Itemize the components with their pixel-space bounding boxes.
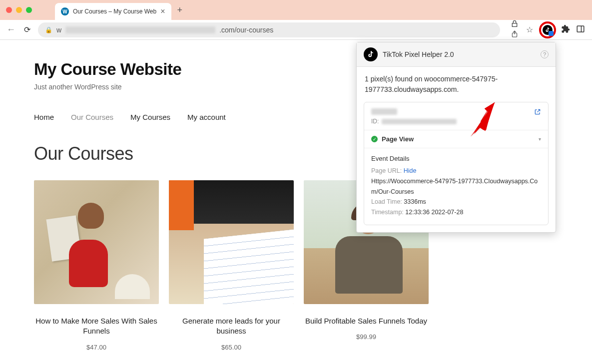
- browser-tab[interactable]: W Our Courses – My Course Web ×: [55, 3, 171, 20]
- event-name: Page View: [382, 135, 535, 143]
- address-bar[interactable]: 🔒 w .com/our-courses: [38, 22, 500, 37]
- pixel-card: ID: ✓ Page View ▾ Event Details Page URL…: [364, 102, 549, 225]
- close-window-button[interactable]: [6, 7, 12, 13]
- check-icon: ✓: [371, 136, 378, 142]
- popup-summary: 1 pixel(s) found on woocommerce-547975-1…: [357, 67, 556, 102]
- new-tab-button[interactable]: +: [177, 5, 183, 15]
- url-text-prefix: w: [56, 26, 61, 34]
- external-link-icon[interactable]: [534, 108, 541, 117]
- toolbar-actions: ☆: [509, 20, 586, 40]
- details-heading: Event Details: [371, 153, 541, 164]
- course-price: $99.99: [304, 333, 429, 341]
- load-time-label: Load Time:: [371, 198, 402, 205]
- course-title: How to Make More Sales With Sales Funnel…: [34, 316, 159, 337]
- lock-icon: 🔒: [45, 26, 52, 33]
- help-icon[interactable]: ?: [541, 50, 549, 58]
- maximize-window-button[interactable]: [26, 7, 32, 13]
- course-title: Build Profitable Sales Funnels Today: [304, 316, 429, 326]
- nav-my-courses[interactable]: My Courses: [130, 113, 170, 121]
- timestamp-value: 12:33:36 2022-07-28: [405, 209, 463, 216]
- pixel-name-redacted: [371, 108, 397, 115]
- tiktok-logo-icon: [364, 47, 378, 61]
- extension-highlight-circle: [539, 21, 556, 38]
- bookmark-star-icon[interactable]: ☆: [524, 25, 535, 34]
- wordpress-favicon-icon: W: [61, 7, 69, 15]
- url-text-suffix: .com/our-courses: [219, 26, 273, 34]
- svg-rect-1: [577, 26, 584, 32]
- popup-header: TikTok Pixel Helper 2.0 ?: [357, 42, 556, 67]
- popup-title: TikTok Pixel Helper 2.0: [383, 50, 536, 58]
- event-details: Event Details Page URL: Hide Https://Woo…: [364, 148, 548, 225]
- page-url-value: Https://Woocommerce-547975-1977733.Cloud…: [371, 176, 541, 197]
- load-time-value: 3336ms: [404, 198, 426, 205]
- side-panel-icon[interactable]: [575, 24, 586, 35]
- course-card[interactable]: Generate more leads for your business $6…: [169, 180, 294, 351]
- course-card[interactable]: How to Make More Sales With Sales Funnel…: [34, 180, 159, 351]
- browser-toolbar: ← ⟳ 🔒 w .com/our-courses ☆: [0, 20, 592, 40]
- url-redacted: [65, 26, 215, 33]
- page-url-hide-link[interactable]: Hide: [404, 167, 417, 174]
- back-button[interactable]: ←: [6, 24, 16, 35]
- browser-titlebar: W Our Courses – My Course Web × +: [0, 0, 592, 20]
- share-icon[interactable]: [509, 20, 520, 40]
- pixel-id-label: ID:: [371, 118, 379, 125]
- extensions-puzzle-icon[interactable]: [560, 24, 571, 35]
- tab-close-button[interactable]: ×: [160, 7, 165, 16]
- pixel-header: ID:: [364, 102, 548, 130]
- chevron-down-icon: ▾: [539, 136, 541, 142]
- extension-badge: [549, 31, 554, 36]
- course-price: $65.00: [169, 344, 294, 351]
- nav-my-account[interactable]: My account: [187, 113, 226, 121]
- nav-home[interactable]: Home: [34, 113, 54, 121]
- reload-button[interactable]: ⟳: [22, 25, 32, 34]
- course-image: [34, 180, 159, 304]
- minimize-window-button[interactable]: [16, 7, 22, 13]
- page-url-label: Page URL:: [371, 167, 402, 174]
- tiktok-extension-icon[interactable]: [543, 25, 553, 35]
- tab-title: Our Courses – My Course Web: [73, 8, 156, 15]
- window-controls: [6, 7, 32, 13]
- timestamp-label: Timestamp:: [371, 209, 404, 216]
- event-row[interactable]: ✓ Page View ▾: [364, 130, 548, 148]
- course-title: Generate more leads for your business: [169, 316, 294, 337]
- pixel-id-redacted: [382, 119, 457, 124]
- extension-popup: TikTok Pixel Helper 2.0 ? 1 pixel(s) fou…: [356, 42, 556, 233]
- nav-our-courses[interactable]: Our Courses: [71, 113, 113, 121]
- course-image: [169, 180, 294, 304]
- course-price: $47.00: [34, 344, 159, 351]
